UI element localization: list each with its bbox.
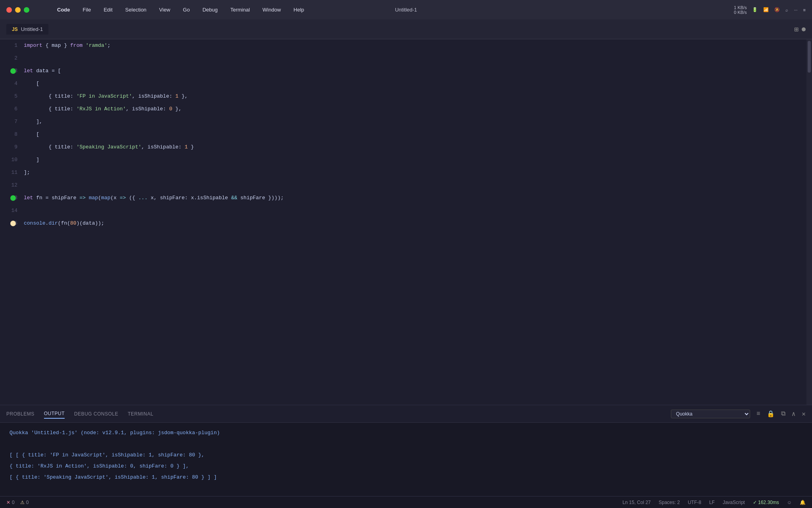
warning-number: 0 xyxy=(26,500,29,505)
editor-tab-untitled[interactable]: JS Untitled-1 xyxy=(6,24,48,35)
menu-bar-right: 1 KB/s0 KB/s 🔋 📶 🔕 ⌕ ··· ≡ xyxy=(734,5,806,15)
menu-window[interactable]: Window xyxy=(260,6,283,13)
menu-terminal[interactable]: Terminal xyxy=(228,6,252,13)
menu-debug[interactable]: Debug xyxy=(200,6,220,13)
panel-copy-icon[interactable]: ⧉ xyxy=(781,410,785,418)
code-line-2 xyxy=(24,52,812,65)
panel-content: Quokka 'Untitled-1.js' (node: v12.9.1, p… xyxy=(0,423,812,496)
menu-help[interactable]: Help xyxy=(291,6,306,13)
status-left: ✕ 0 ⚠ 0 xyxy=(6,500,29,505)
code-line-10: ] xyxy=(24,154,812,166)
minimize-button[interactable] xyxy=(15,7,21,13)
battery-icon: 🔋 xyxy=(752,7,758,12)
output-line-5: [ { title: 'Speaking JavaScript', isShip… xyxy=(10,472,802,483)
code-line-5: { title: 'FP in JavaScript', isShipable:… xyxy=(24,90,812,103)
ln-11: 11 xyxy=(0,166,17,179)
menu-selection[interactable]: Selection xyxy=(123,6,149,13)
bell-icon[interactable]: 🔔 xyxy=(800,500,806,505)
quokka-select[interactable]: Quokka xyxy=(671,410,750,418)
encoding[interactable]: UTF-8 xyxy=(688,500,701,505)
tab-debug-console[interactable]: DEBUG CONSOLE xyxy=(74,410,118,418)
network-status: 1 KB/s0 KB/s xyxy=(734,5,747,15)
code-line-11: ]; xyxy=(24,166,812,179)
error-icon: ✕ xyxy=(6,500,10,505)
menu-file[interactable]: File xyxy=(80,6,94,13)
output-line-1: Quokka 'Untitled-1.js' (node: v12.9.1, p… xyxy=(10,427,802,439)
code-line-1: import { map } from 'ramda'; xyxy=(24,39,812,52)
scrollbar-thumb[interactable] xyxy=(808,41,811,73)
ln-2: 2 xyxy=(0,52,17,65)
editor-scrollbar[interactable] xyxy=(806,39,812,405)
code-line-12 xyxy=(24,179,812,192)
menu-go[interactable]: Go xyxy=(180,6,192,13)
tab-bar: JS Untitled-1 ⊞ xyxy=(0,19,812,39)
split-editor-icon[interactable]: ⊞ xyxy=(794,25,799,34)
warning-icon: ⚠ xyxy=(20,500,25,505)
code-line-14 xyxy=(24,204,812,217)
ln-7: 7 xyxy=(0,115,17,128)
code-line-4: [ xyxy=(24,77,812,90)
bullet-list-icon: ≡ xyxy=(803,8,806,12)
panel-right-controls: Quokka ≡ 🔒 ⧉ ∧ ✕ xyxy=(671,410,806,418)
menu-view[interactable]: View xyxy=(157,6,172,13)
wifi-icon: 📶 xyxy=(763,7,769,12)
js-badge: JS xyxy=(12,27,18,32)
code-line-6: { title: 'RxJS in Action', isShipable: 0… xyxy=(24,103,812,115)
ln-10: 10 xyxy=(0,154,17,166)
overflow-icon: ··· xyxy=(794,8,797,12)
tab-problems[interactable]: PROBLEMS xyxy=(6,410,34,418)
eol[interactable]: LF xyxy=(709,500,715,505)
panel-close-icon[interactable]: ✕ xyxy=(802,410,806,418)
dnd-icon: 🔕 xyxy=(774,7,780,12)
ln-4: 4 xyxy=(0,77,17,90)
breakpoint-15 xyxy=(10,221,16,226)
ln-6: 6 xyxy=(0,103,17,115)
menu-apple[interactable] xyxy=(42,9,47,11)
smiley-icon[interactable]: ☺ xyxy=(787,500,792,505)
status-right: Ln 15, Col 27 Spaces: 2 UTF-8 LF JavaScr… xyxy=(622,500,806,505)
tab-terminal[interactable]: TERMINAL xyxy=(128,410,153,418)
quokka-timing: ✓ 162.30ms xyxy=(753,500,779,505)
error-number: 0 xyxy=(12,500,15,505)
panel: PROBLEMS OUTPUT DEBUG CONSOLE TERMINAL Q… xyxy=(0,405,812,496)
breakpoint-13 xyxy=(10,195,16,201)
menu-bar: Code File Edit Selection View Go Debug T… xyxy=(0,0,812,19)
output-line-4: { title: 'RxJS in Action', isShipable: 0… xyxy=(10,461,802,472)
panel-list-icon[interactable]: ≡ xyxy=(756,410,760,418)
code-line-15: console.dir(fn(80)(data)); xyxy=(24,217,812,230)
error-count[interactable]: ✕ 0 xyxy=(6,500,15,505)
spotlight-icon: ⌕ xyxy=(785,8,788,12)
ln-8: 8 xyxy=(0,128,17,141)
output-line-3: [ [ { title: 'FP in JavaScript', isShipa… xyxy=(10,450,802,461)
ln-14: 14 xyxy=(0,204,17,217)
maximize-button[interactable] xyxy=(24,7,29,13)
output-line-2 xyxy=(10,439,802,450)
code-lines[interactable]: import { map } from 'ramda'; let data = … xyxy=(24,39,812,405)
status-bar: ✕ 0 ⚠ 0 Ln 15, Col 27 Spaces: 2 UTF-8 LF… xyxy=(0,496,812,508)
warning-count[interactable]: ⚠ 0 xyxy=(20,500,29,505)
tab-bar-right: ⊞ xyxy=(794,25,806,34)
window-title: Untitled-1 xyxy=(395,7,417,13)
tab-label: Untitled-1 xyxy=(21,26,43,32)
window-controls xyxy=(6,7,29,13)
menu-code[interactable]: Code xyxy=(55,6,73,13)
tab-output[interactable]: OUTPUT xyxy=(44,409,65,419)
panel-tabs: PROBLEMS OUTPUT DEBUG CONSOLE TERMINAL Q… xyxy=(0,405,812,423)
code-line-3: let data = [ xyxy=(24,65,812,77)
code-container[interactable]: 1 2 3 4 5 6 7 8 9 10 11 12 13 14 15 impo… xyxy=(0,39,812,405)
code-line-8: [ xyxy=(24,128,812,141)
breakpoint-3 xyxy=(10,68,16,74)
code-line-7: ], xyxy=(24,115,812,128)
close-button[interactable] xyxy=(6,7,12,13)
panel-chevron-up-icon[interactable]: ∧ xyxy=(792,410,796,418)
spaces-setting[interactable]: Spaces: 2 xyxy=(659,500,680,505)
code-line-13: let fn = shipFare => map(map(x => ({ ...… xyxy=(24,192,812,204)
ln-5: 5 xyxy=(0,90,17,103)
tab-dot xyxy=(802,27,806,31)
cursor-position[interactable]: Ln 15, Col 27 xyxy=(622,500,651,505)
ln-1: 1 xyxy=(0,39,17,52)
panel-lock-icon[interactable]: 🔒 xyxy=(767,410,775,418)
menu-edit[interactable]: Edit xyxy=(101,6,115,13)
language-mode[interactable]: JavaScript xyxy=(723,500,745,505)
ln-12: 12 xyxy=(0,179,17,192)
